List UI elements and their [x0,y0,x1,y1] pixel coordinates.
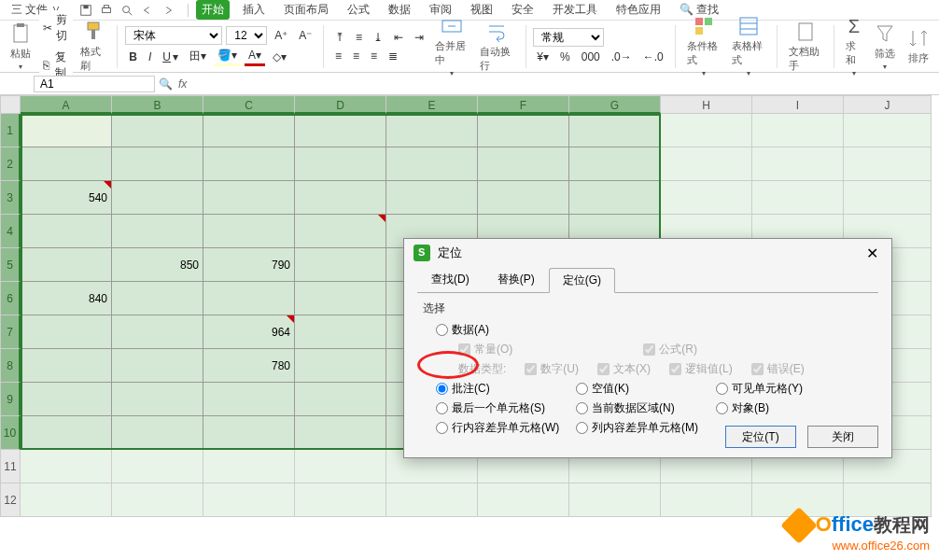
col-header-C[interactable]: C [203,95,295,114]
cell-H2[interactable] [661,147,752,181]
row-header-9[interactable]: 9 [0,383,21,416]
tab-data[interactable]: 数据 [383,0,416,20]
cell-C9[interactable] [203,383,295,416]
cell-A11[interactable] [21,450,112,483]
cell-D2[interactable] [295,147,386,181]
row-header-3[interactable]: 3 [0,181,21,215]
bold-button[interactable]: B [125,49,141,65]
cell-C5[interactable]: 790 [203,248,295,282]
cell-C11[interactable] [203,450,295,483]
thousands-icon[interactable]: 000 [578,49,604,65]
cell-H1[interactable] [661,114,752,147]
cell-C10[interactable] [203,416,295,450]
col-header-H[interactable]: H [661,95,752,114]
opt-coldiff[interactable]: 列内容差异单元格(M) [576,420,698,436]
cell-B8[interactable] [112,349,203,383]
row-header-12[interactable]: 12 [0,483,21,517]
wrap-text-button[interactable]: 自动换行 [476,19,517,75]
cell-B4[interactable] [112,215,203,248]
cell-C8[interactable]: 780 [203,349,295,383]
opt-curreg[interactable]: 当前数据区域(N) [576,400,716,416]
cell-D8[interactable] [295,349,386,383]
cell-E12[interactable] [386,483,478,517]
tab-special[interactable]: 特色应用 [610,0,666,20]
indent-right-icon[interactable]: ⇥ [411,29,427,46]
row-header-10[interactable]: 10 [0,416,21,450]
close-icon[interactable]: ✕ [862,245,882,262]
tab-dev[interactable]: 开发工具 [547,0,603,20]
col-header-B[interactable]: B [112,95,203,114]
cell-J2[interactable] [844,147,932,181]
row-header-11[interactable]: 11 [0,450,21,483]
cell-D7[interactable] [295,315,386,349]
opt-rowdiff[interactable]: 行内容差异单元格(W) [436,420,576,436]
cell-D3[interactable] [295,181,386,215]
preview-icon[interactable] [120,4,133,17]
cell-B1[interactable] [112,114,203,147]
font-color-button[interactable]: A▾ [245,47,265,66]
opt-visible[interactable]: 可见单元格(Y) [716,381,803,397]
cell-B11[interactable] [112,450,203,483]
col-header-I[interactable]: I [752,95,844,114]
sum-button[interactable]: Σ求和▾ [842,14,866,79]
tab-goto[interactable]: 定位(G) [549,268,615,293]
cell-I3[interactable] [752,181,844,215]
currency-icon[interactable]: ¥▾ [533,49,553,65]
number-format-select[interactable]: 常规 [533,28,604,47]
row-header-5[interactable]: 5 [0,248,21,282]
cell-C7[interactable]: 964 [203,315,295,349]
tab-insert[interactable]: 插入 [237,0,271,20]
row-header-8[interactable]: 8 [0,349,21,383]
row-header-6[interactable]: 6 [0,282,21,315]
table-style-button[interactable]: 表格样式▾ [728,13,769,79]
fx-icon[interactable]: fx [178,77,187,91]
cell-H3[interactable] [661,181,752,215]
decimal-decrease-icon[interactable]: ←.0 [639,49,667,65]
cell-C12[interactable] [203,483,295,517]
cell-A10[interactable] [21,416,112,450]
cell-C3[interactable] [203,181,295,215]
row-header-1[interactable]: 1 [0,114,21,147]
decrease-font-icon[interactable]: A⁻ [295,27,315,44]
cell-D9[interactable] [295,383,386,416]
cell-C4[interactable] [203,215,295,248]
row-header-4[interactable]: 4 [0,215,21,248]
cell-F3[interactable] [478,181,569,215]
save-icon[interactable] [79,4,92,17]
col-header-J[interactable]: J [844,95,932,114]
opt-obj[interactable]: 对象(B) [716,400,769,416]
opt-comment[interactable]: 批注(C) [436,381,576,397]
align-top-icon[interactable]: ⤒ [331,29,348,46]
increase-font-icon[interactable]: A⁺ [271,27,291,44]
tab-formula[interactable]: 公式 [342,0,375,20]
merge-center-button[interactable]: 合并居中▾ [431,13,472,79]
cell-I2[interactable] [752,147,844,181]
row-header-2[interactable]: 2 [0,147,21,181]
cell-F12[interactable] [478,483,569,517]
cell-A1[interactable] [21,114,112,147]
cell-C2[interactable] [203,147,295,181]
row-header-7[interactable]: 7 [0,315,21,349]
tab-layout[interactable]: 页面布局 [278,0,334,20]
cell-J3[interactable] [844,181,932,215]
clear-button[interactable]: ◇▾ [269,49,290,65]
cell-A12[interactable] [21,483,112,517]
fill-color-button[interactable]: 🪣▾ [214,47,241,66]
goto-button[interactable]: 定位(T) [725,426,796,448]
col-header-E[interactable]: E [386,95,478,114]
italic-button[interactable]: I [145,49,155,65]
indent-left-icon[interactable]: ⇤ [390,29,407,46]
cell-B2[interactable] [112,147,203,181]
distribute-icon[interactable]: ≣ [385,48,401,64]
doc-helper-button[interactable]: 文档助手 [785,19,826,75]
col-header-D[interactable]: D [295,95,386,114]
cell-B3[interactable] [112,181,203,215]
col-header-F[interactable]: F [478,95,569,114]
cell-E1[interactable] [386,114,478,147]
cell-B7[interactable] [112,315,203,349]
cell-A9[interactable] [21,383,112,416]
cell-A4[interactable] [21,215,112,248]
cell-B5[interactable]: 850 [112,248,203,282]
cell-A5[interactable] [21,248,112,282]
cell-A6[interactable]: 840 [21,282,112,315]
